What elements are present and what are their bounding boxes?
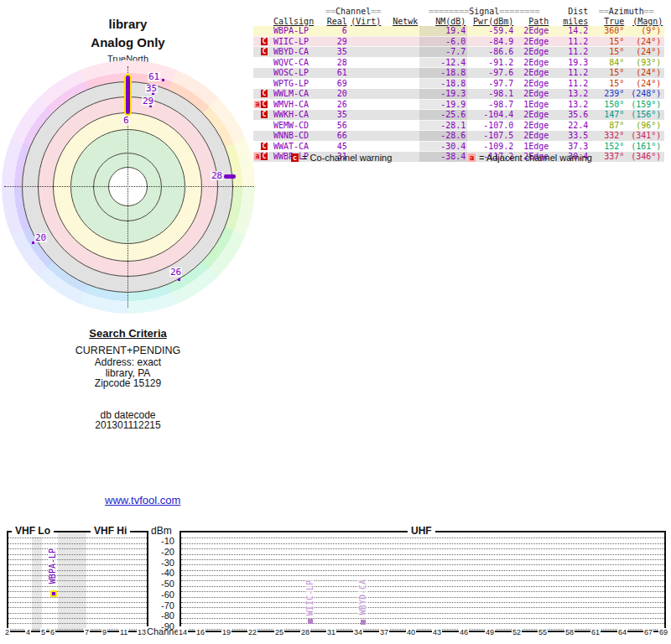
channel-tick-label: 13	[137, 628, 147, 636]
cell-netwk	[382, 131, 419, 142]
table-row: WQVC-CA28-12.4-91.22Edge19.384°(93°)	[253, 57, 664, 68]
dbm-tick-label: -50	[149, 579, 174, 589]
adjacent-channel-warning-badge: a	[254, 153, 261, 160]
dbm-gridline	[8, 538, 147, 538]
cell-true: 84°	[590, 57, 626, 68]
cell-netwk	[382, 57, 419, 68]
adjacent-channel-legend: a= Adjacent channel warning	[468, 153, 592, 163]
table-group-header-row: ==Channel== ========Signal======== Dist …	[253, 7, 664, 17]
cell-callsign: WIIC-LP	[273, 36, 325, 47]
dbm-gridline	[8, 591, 147, 592]
cell-real: 35	[325, 47, 349, 58]
table-row: WEMW-CD56-28.1-107.02Edge22.487°(96°)	[253, 120, 664, 131]
station-table: ==Channel== ========Signal======== Dist …	[253, 7, 664, 163]
dbm-gridline	[8, 543, 147, 544]
cell-path: 2Edge	[515, 131, 550, 142]
WBYD-CA-signal-label: WBYD-CA	[358, 579, 367, 615]
channel-tick-label: 2	[4, 628, 10, 636]
dbm-gridline	[181, 543, 664, 544]
cell-magn: (341°)	[626, 131, 664, 142]
channel-tick-label: 16	[195, 628, 205, 636]
co-channel-warning-badge: C	[261, 48, 268, 55]
channel-tick-label: 64	[617, 628, 627, 636]
tvfool-link[interactable]: www.tvfool.com	[105, 494, 180, 506]
cell-true: 337°	[590, 152, 626, 163]
cell-magn: (24°)	[626, 78, 664, 89]
table-row: WOSC-LP61-18.8-97.62Edge11.215°(24°)	[253, 68, 664, 79]
cell-virt	[349, 120, 383, 131]
channel-tick-label: 61	[590, 628, 601, 636]
cell-pwr: -86.6	[467, 47, 515, 58]
cell-virt	[349, 36, 383, 47]
cell-magn: (156°)	[626, 110, 664, 121]
dbm-gridline	[181, 538, 664, 538]
dbm-gridline	[181, 618, 664, 619]
cell-nm: 19.4	[419, 26, 467, 36]
cell-miles: 22.4	[550, 120, 590, 131]
co-channel-legend-text: = Co-channel warning	[302, 153, 392, 163]
channel-group-header: ==Channel==	[325, 7, 382, 17]
cell-nm: -18.8	[419, 78, 467, 89]
channel-28-label: 28	[211, 171, 223, 180]
cell-true: 150°	[590, 99, 626, 110]
cell-callsign: WPTG-LP	[273, 78, 325, 89]
cell-pwr: -98.1	[467, 89, 515, 100]
cell-true: 147°	[590, 110, 626, 121]
dbm-gridline	[181, 570, 664, 571]
cell-real: 29	[325, 36, 349, 47]
dbm-gridline	[8, 607, 147, 608]
cell-real: 28	[325, 57, 349, 68]
cell-miles: 11.2	[550, 68, 590, 79]
cell-warn: C	[253, 36, 273, 47]
cell-warn: C	[253, 141, 273, 152]
cell-real: 66	[325, 131, 349, 142]
dbm-gridline	[181, 602, 664, 603]
channel-tick-label: 25	[274, 628, 284, 636]
cell-true: 239°	[590, 89, 626, 100]
uhf-label: UHF	[408, 525, 435, 537]
dbm-gridline	[8, 623, 147, 624]
cell-real: 6	[325, 26, 349, 36]
cell-virt	[349, 78, 383, 89]
cell-magn: (346°)	[626, 152, 664, 163]
channel-tick-label: 49	[485, 628, 495, 636]
cell-callsign: WWLM-CA	[273, 89, 325, 100]
channel-tick-label: 4	[25, 628, 31, 636]
cell-miles: 35.6	[550, 110, 590, 121]
cell-real: 56	[325, 120, 349, 131]
cell-virt	[349, 141, 383, 152]
co-channel-warning-badge: C	[261, 143, 268, 150]
uhf-chart-panel	[179, 531, 666, 632]
cell-path: 2Edge	[515, 36, 550, 47]
adjacent-channel-warning-badge: a	[254, 101, 261, 108]
cell-nm: -19.9	[419, 99, 467, 110]
dbm-gridline	[181, 575, 664, 576]
cell-magn: (161°)	[626, 141, 664, 152]
cell-pwr: -91.2	[467, 57, 515, 68]
WIIC-LP-signal-marker	[308, 619, 313, 624]
azimuth-group-header: ==Azimuth==	[590, 7, 664, 17]
channel-29-label: 29	[142, 96, 154, 106]
cell-true: 15°	[590, 68, 626, 79]
dbm-tick-label: -90	[149, 621, 174, 631]
criteria-address: Address: exact	[0, 356, 256, 368]
cell-virt	[349, 131, 383, 142]
db-datecode-value: 201301112215	[0, 419, 256, 431]
cell-pwr: -107.0	[467, 120, 515, 131]
cell-real: 26	[325, 99, 349, 110]
cell-miles: 37.3	[550, 141, 590, 152]
cell-warn: C	[253, 110, 273, 121]
cell-virt	[349, 47, 383, 58]
dbm-gridline	[8, 597, 147, 598]
cell-warn	[253, 120, 273, 131]
dbm-gridline	[181, 591, 664, 592]
co-channel-warning-badge: C	[261, 153, 268, 160]
dbm-gridline	[8, 613, 147, 614]
cell-true: 87°	[590, 120, 626, 131]
cell-miles: 11.2	[550, 47, 590, 58]
cell-magn: (248°)	[626, 89, 664, 100]
table-row: CWWAT-CA45-30.4-109.21Edge37.3152°(161°)	[253, 141, 664, 152]
cell-nm: -6.0	[419, 36, 467, 47]
cell-magn: (24°)	[626, 47, 664, 58]
cell-miles: 13.2	[550, 99, 590, 110]
